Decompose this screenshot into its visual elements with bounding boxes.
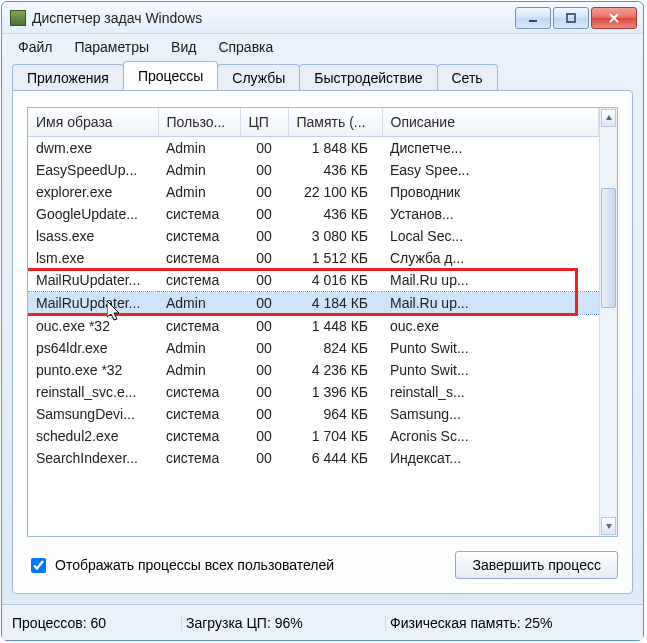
svg-marker-5 — [606, 524, 612, 529]
column-header-memory[interactable]: Память (... — [288, 108, 382, 137]
column-header-user[interactable]: Пользо... — [158, 108, 240, 137]
table-row[interactable]: MailRuUpdater...система004 016 КБMail.Ru… — [28, 269, 599, 292]
column-header-image-name[interactable]: Имя образа — [28, 108, 158, 137]
cell-image-name: reinstall_svc.e... — [28, 381, 158, 403]
tab-network[interactable]: Сеть — [437, 64, 498, 91]
maximize-button[interactable] — [553, 7, 589, 29]
tab-applications[interactable]: Приложения — [12, 64, 124, 91]
cell-image-name: EasySpeedUp... — [28, 159, 158, 181]
cell-cpu: 00 — [240, 359, 288, 381]
cell-memory: 1 396 КБ — [288, 381, 382, 403]
tab-processes[interactable]: Процессы — [123, 61, 218, 90]
column-header-cpu[interactable]: ЦП — [240, 108, 288, 137]
menubar: Файл Параметры Вид Справка — [2, 34, 643, 60]
task-manager-window: Диспетчер задач Windows Файл Параметры В… — [1, 1, 644, 641]
cell-cpu: 00 — [240, 425, 288, 447]
cell-image-name: explorer.exe — [28, 181, 158, 203]
cell-cpu: 00 — [240, 337, 288, 359]
cell-user: система — [158, 447, 240, 469]
table-row[interactable]: EasySpeedUp...Admin00436 КБEasy Spee... — [28, 159, 599, 181]
tab-panel-processes: Имя образа Пользо... ЦП Память (... Опис… — [12, 90, 633, 594]
table-row[interactable]: ouc.exe *32система001 448 КБouc.exe — [28, 315, 599, 338]
table-row[interactable]: punto.exe *32Admin004 236 КБPunto Swit..… — [28, 359, 599, 381]
cell-memory: 436 КБ — [288, 203, 382, 225]
cell-description: Easy Spee... — [382, 159, 599, 181]
tab-services[interactable]: Службы — [217, 64, 300, 91]
cell-cpu: 00 — [240, 137, 288, 160]
cell-image-name: dwm.exe — [28, 137, 158, 160]
cell-user: система — [158, 315, 240, 338]
menu-view[interactable]: Вид — [161, 37, 206, 57]
cell-description: Установ... — [382, 203, 599, 225]
cell-image-name: MailRuUpdater... — [28, 292, 158, 315]
close-button[interactable] — [591, 7, 637, 29]
vertical-scrollbar[interactable] — [599, 108, 617, 536]
cell-memory: 1 848 КБ — [288, 137, 382, 160]
cell-image-name: punto.exe *32 — [28, 359, 158, 381]
cell-memory: 964 КБ — [288, 403, 382, 425]
panel-footer: Отображать процессы всех пользователей З… — [27, 551, 618, 579]
cell-description: Проводник — [382, 181, 599, 203]
scroll-track[interactable] — [600, 128, 617, 516]
cell-description: Punto Swit... — [382, 359, 599, 381]
svg-rect-1 — [567, 14, 575, 22]
table-row[interactable]: MailRuUpdater...Admin004 184 КБMail.Ru u… — [28, 292, 599, 315]
cell-description: Acronis Sc... — [382, 425, 599, 447]
menu-params[interactable]: Параметры — [64, 37, 159, 57]
menu-help[interactable]: Справка — [208, 37, 283, 57]
table-row[interactable]: schedul2.exeсистема001 704 КБAcronis Sc.… — [28, 425, 599, 447]
cell-memory: 22 100 КБ — [288, 181, 382, 203]
cell-cpu: 00 — [240, 315, 288, 338]
cell-user: система — [158, 381, 240, 403]
end-process-button[interactable]: Завершить процесс — [455, 551, 618, 579]
table-row[interactable]: SearchIndexer...система006 444 КБИндекса… — [28, 447, 599, 469]
table-row[interactable]: dwm.exeAdmin001 848 КБДиспетче... — [28, 137, 599, 160]
table-row[interactable]: explorer.exeAdmin0022 100 КБПроводник — [28, 181, 599, 203]
show-all-users-input[interactable] — [31, 558, 46, 573]
column-header-description[interactable]: Описание — [382, 108, 599, 137]
scroll-thumb[interactable] — [601, 188, 616, 308]
scroll-down-button[interactable] — [601, 517, 616, 535]
cell-memory: 436 КБ — [288, 159, 382, 181]
tab-performance[interactable]: Быстродействие — [299, 64, 437, 91]
statusbar: Процессов: 60 Загрузка ЦП: 96% Физическа… — [2, 604, 643, 640]
titlebar[interactable]: Диспетчер задач Windows — [2, 2, 643, 34]
table-row[interactable]: lsm.exeсистема001 512 КБСлужба д... — [28, 247, 599, 269]
cell-user: система — [158, 203, 240, 225]
minimize-button[interactable] — [515, 7, 551, 29]
cell-user: Admin — [158, 181, 240, 203]
cell-cpu: 00 — [240, 181, 288, 203]
table-row[interactable]: SamsungDevi...система00964 КБSamsung... — [28, 403, 599, 425]
table-row[interactable]: lsass.exeсистема003 080 КБLocal Sec... — [28, 225, 599, 247]
cell-user: Admin — [158, 359, 240, 381]
cell-memory: 4 236 КБ — [288, 359, 382, 381]
cell-description: Индексат... — [382, 447, 599, 469]
cell-user: система — [158, 225, 240, 247]
cell-image-name: ps64ldr.exe — [28, 337, 158, 359]
scroll-up-button[interactable] — [601, 109, 616, 127]
show-all-users-checkbox[interactable]: Отображать процессы всех пользователей — [27, 555, 334, 576]
table-row[interactable]: GoogleUpdate...система00436 КБУстанов... — [28, 203, 599, 225]
menu-file[interactable]: Файл — [8, 37, 62, 57]
app-icon — [10, 10, 26, 26]
cell-user: система — [158, 403, 240, 425]
status-processes: Процессов: 60 — [12, 615, 182, 631]
cell-user: Admin — [158, 137, 240, 160]
table-row[interactable]: ps64ldr.exeAdmin00824 КБPunto Swit... — [28, 337, 599, 359]
cell-cpu: 00 — [240, 403, 288, 425]
show-all-users-label: Отображать процессы всех пользователей — [55, 557, 334, 573]
table-row[interactable]: reinstall_svc.e...система001 396 КБreins… — [28, 381, 599, 403]
cell-memory: 4 184 КБ — [288, 292, 382, 315]
cell-memory: 6 444 КБ — [288, 447, 382, 469]
cell-memory: 4 016 КБ — [288, 269, 382, 292]
cell-description: reinstall_s... — [382, 381, 599, 403]
cell-description: ouc.exe — [382, 315, 599, 338]
cell-cpu: 00 — [240, 381, 288, 403]
cell-description: Punto Swit... — [382, 337, 599, 359]
cell-description: Mail.Ru up... — [382, 292, 599, 315]
cell-cpu: 00 — [240, 159, 288, 181]
window-title: Диспетчер задач Windows — [32, 10, 515, 26]
process-listview[interactable]: Имя образа Пользо... ЦП Память (... Опис… — [27, 107, 618, 537]
cell-image-name: lsass.exe — [28, 225, 158, 247]
cell-user: Admin — [158, 159, 240, 181]
